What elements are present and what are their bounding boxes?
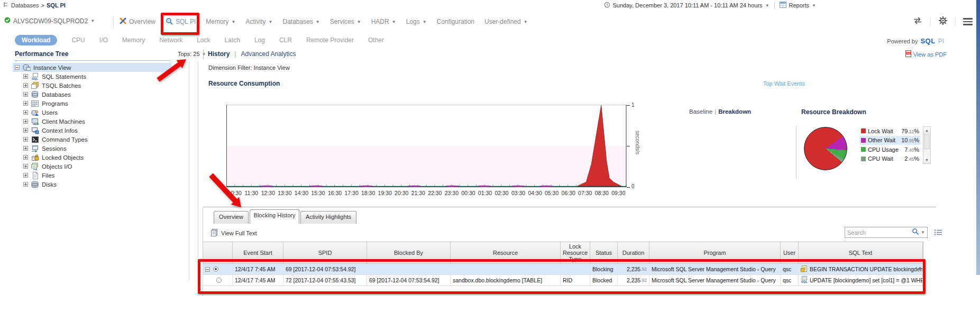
gear-icon[interactable] — [938, 16, 948, 27]
nav-item-overview[interactable]: Overview — [120, 17, 155, 26]
breadcrumb-section[interactable]: Databases — [11, 2, 39, 8]
legend-item-lock-wait[interactable]: Lock Wait79.12% — [860, 126, 920, 136]
refresh-icon[interactable] — [912, 16, 923, 27]
nav-item-activity[interactable]: Activity▼ — [246, 18, 273, 25]
tab-activity-highlights[interactable]: Activity Highlights — [300, 211, 356, 224]
expand-icon[interactable] — [23, 173, 28, 178]
column-header-sql-text[interactable]: SQL Text — [799, 242, 923, 263]
subtab-cpu[interactable]: CPU — [71, 36, 85, 44]
subtab-workload[interactable]: Workload — [15, 35, 57, 45]
tree-item-sessions[interactable]: Sessions — [13, 144, 171, 153]
legend-item-cpu-wait[interactable]: CPU Wait2.45% — [860, 154, 920, 164]
expand-icon[interactable] — [23, 128, 28, 133]
column-header-blocked-by[interactable]: Blocked By — [367, 242, 451, 263]
column-header-resource[interactable]: Resource — [451, 242, 561, 263]
subtab-log[interactable]: Log — [254, 36, 265, 44]
subtab-latch[interactable]: Latch — [225, 36, 240, 44]
tree-item-objects-i-o[interactable]: Objects I/O — [13, 162, 171, 171]
breadcrumb[interactable]: Databases > SQL PI — [3, 2, 66, 8]
tree-item-tsql-batches[interactable]: TSQL Batches — [13, 81, 171, 90]
column-options-icon[interactable] — [934, 228, 942, 238]
tops-dropdown[interactable]: Tops: 25 ▼ — [178, 51, 206, 57]
subtab-network[interactable]: Network — [159, 36, 182, 44]
date-range-picker[interactable]: Sunday, December 3, 2017 10:11 AM - 10:1… — [604, 2, 817, 9]
scroll-up-icon[interactable]: ▲ — [923, 127, 930, 134]
column-header-spid[interactable]: SPID — [283, 242, 367, 263]
scroll-thumb[interactable] — [924, 134, 930, 149]
expand-icon[interactable] — [23, 101, 28, 106]
nav-item-hadr[interactable]: HADR▼ — [371, 18, 396, 25]
subtab-remote-provider[interactable]: Remote Provider — [306, 36, 354, 44]
nav-item-configuration[interactable]: Configuration — [437, 18, 474, 25]
legend-item-cpu-usage[interactable]: CPU Usage7.40% — [860, 145, 920, 154]
tree-item-files[interactable]: Files — [13, 171, 171, 180]
search-icon[interactable] — [912, 228, 919, 237]
tree-item-instance-view[interactable]: Instance View — [13, 63, 171, 72]
nav-item-user-defined[interactable]: User-defined▼ — [484, 18, 528, 25]
nav-item-services[interactable]: Services▼ — [330, 18, 361, 25]
expand-icon[interactable] — [23, 74, 28, 79]
collapse-icon[interactable] — [205, 267, 210, 272]
column-header-selector[interactable] — [203, 242, 233, 263]
chevron-down-icon[interactable]: ▼ — [921, 230, 925, 235]
table-scroll-up-icon[interactable]: ▲ — [918, 265, 922, 269]
subtab-clr[interactable]: CLR — [279, 36, 292, 44]
column-header-program[interactable]: Program — [649, 242, 781, 263]
expand-icon[interactable] — [23, 92, 28, 97]
expand-icon[interactable] — [23, 182, 28, 187]
view-as-pdf-link[interactable]: PDF View as PDF — [905, 50, 947, 58]
tab-blocking-history[interactable]: Blocking History — [250, 209, 299, 224]
column-header-duration[interactable]: Duration — [618, 242, 649, 263]
tree-item-databases[interactable]: Databases — [13, 90, 171, 99]
subtab-i-o[interactable]: I/O — [99, 36, 108, 44]
column-header-user[interactable]: User — [781, 242, 799, 263]
breakdown-link[interactable]: Breakdown — [718, 108, 751, 115]
tree-item-users[interactable]: Users — [13, 108, 171, 117]
collapse-icon[interactable] — [15, 65, 20, 70]
subtab-lock[interactable]: Lock — [197, 36, 210, 44]
tab-overview[interactable]: Overview — [214, 211, 249, 224]
column-header-event-start[interactable]: Event Start — [233, 242, 283, 263]
tree-item-programs[interactable]: Programs — [13, 99, 171, 108]
subtab-other[interactable]: Other — [368, 36, 384, 44]
tree-item-client-machines[interactable]: Client Machines — [13, 117, 171, 126]
legend-item-other-wait[interactable]: Other Wait10.95% — [860, 136, 920, 145]
expand-icon[interactable] — [23, 155, 28, 160]
table-row[interactable]: 12/4/17 7:45 AM72 [2017-12-04 07:55:43.5… — [203, 275, 923, 286]
column-header-lock-resource-type[interactable]: Lock Resource Type — [561, 242, 590, 263]
expand-icon[interactable] — [23, 110, 28, 115]
history-link[interactable]: History — [208, 50, 230, 58]
resource-breakdown-pie[interactable] — [804, 127, 847, 170]
expand-icon[interactable] — [23, 146, 28, 151]
nav-item-databases[interactable]: Databases▼ — [282, 18, 319, 25]
tree-item-sql-statements[interactable]: SQLSQL Statements — [13, 72, 171, 81]
tree-item-locked-objects[interactable]: Locked Objects — [13, 153, 171, 162]
nav-item-sql-pi[interactable]: SQL PI — [166, 17, 196, 26]
search-input[interactable] — [847, 229, 910, 236]
top-wait-events-link[interactable]: Top Wait Events — [763, 80, 805, 87]
scroll-down-icon[interactable]: ▼ — [923, 157, 930, 163]
advanced-analytics-link[interactable]: Advanced Analytics — [241, 50, 296, 58]
dimension-filter-label: Dimension Filter: Instance View — [208, 65, 290, 71]
view-full-text-toggle[interactable]: View Full Text — [210, 229, 257, 237]
expand-icon[interactable] — [23, 164, 28, 169]
subtab-memory[interactable]: Memory — [122, 36, 145, 44]
server-selector[interactable]: ALVSCDW09-SQLPROD2 ▼ — [4, 17, 95, 25]
tree-item-disks[interactable]: Disks — [13, 180, 171, 189]
baseline-link[interactable]: Baseline — [689, 108, 712, 115]
column-header-status[interactable]: Status — [590, 242, 618, 263]
row-radio[interactable] — [216, 278, 222, 283]
tree-item-context-infos[interactable]: iContext Infos — [13, 126, 171, 135]
expand-icon[interactable] — [23, 83, 28, 88]
resource-consumption-chart[interactable] — [226, 105, 627, 188]
row-radio[interactable] — [213, 266, 218, 272]
reports-label[interactable]: Reports — [789, 2, 810, 8]
nav-item-memory[interactable]: Memory▼ — [206, 18, 235, 25]
tree-item-command-types[interactable]: Command Types — [13, 135, 171, 144]
expand-icon[interactable] — [23, 137, 28, 142]
legend-scrollbar[interactable]: ▲ ▼ — [923, 126, 931, 164]
menu-icon[interactable] — [963, 16, 973, 27]
nav-item-logs[interactable]: Logs▼ — [406, 18, 427, 25]
table-row[interactable]: 12/4/17 7:45 AM69 [2017-12-04 07:53:54.9… — [203, 264, 923, 275]
expand-icon[interactable] — [23, 119, 28, 124]
